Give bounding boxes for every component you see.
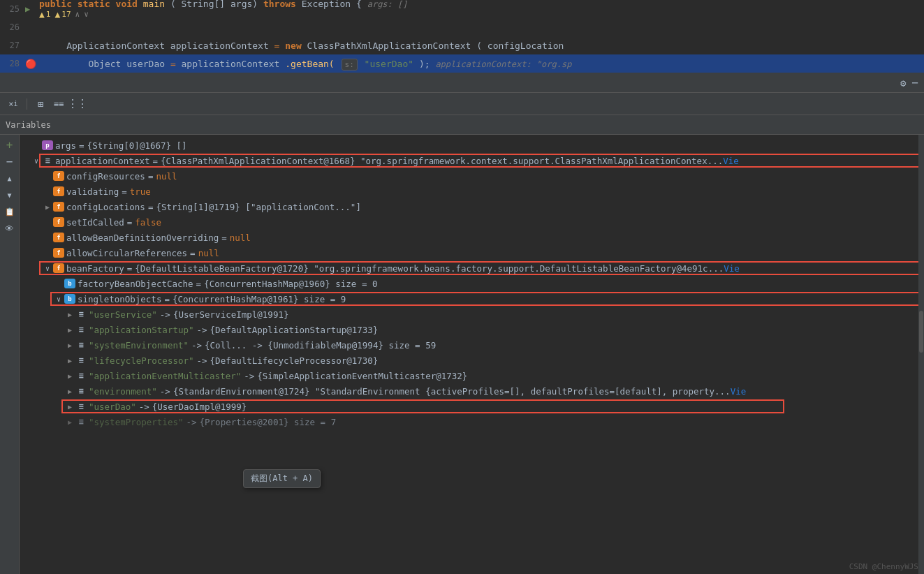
var-row-sysenv[interactable]: ▶ ≡ "systemEnvironment" -> {Coll... -> {… [20, 337, 924, 353]
gear-icon[interactable]: ⚙ [900, 78, 906, 89]
table-view-button[interactable]: ⊞ [33, 96, 48, 112]
var-row-configres[interactable]: f configResources = null [20, 168, 924, 184]
type-appctx: ApplicationContext [66, 41, 165, 51]
var-row-sysprops[interactable]: ▶ ≡ "systemProperties" -> {Properties@20… [20, 414, 924, 429]
expand-appeventmulti[interactable]: ▶ [64, 372, 75, 380]
remove-watch-button[interactable]: − [3, 154, 17, 168]
scroll-thumb[interactable] [919, 311, 923, 353]
var-row-userservice[interactable]: ▶ ≡ "userService" -> {UserServiceImpl@19… [20, 307, 924, 322]
scrollbar-vertical[interactable] [918, 135, 924, 574]
var-eq-allowcr: = [190, 248, 196, 258]
var-row-allowbdo[interactable]: f allowBeanDefinitionOverriding = null [20, 230, 924, 245]
var-eq-conflocs: = [148, 202, 154, 212]
sort-button[interactable]: ≡≡ [51, 96, 66, 112]
var-row-setidcalled[interactable]: f setIdCalled = false [20, 214, 924, 230]
var-row-beanfactory[interactable]: ∨ f beanFactory = {D efaultListableBeanF… [20, 260, 924, 276]
var-icon-list-environment: ≡ [75, 386, 87, 396]
var-value-factoryboc: {ConcurrentHashMap@1960} size = 0 [204, 279, 377, 289]
var-row-appstartup[interactable]: ▶ ≡ "applicationStartup" -> {DefaultAppl… [20, 322, 924, 337]
var-link-environment[interactable]: Vie [731, 386, 747, 397]
var-value-userdao: {UserDaoImpl@1999} [152, 402, 247, 412]
var-icon-list-sysprops: ≡ [75, 417, 87, 427]
var-row-args[interactable]: p args = {String[0]@1667} [] [20, 138, 924, 153]
var-value-conflocs: {String[1]@1719} ["applicationCont..."] [156, 202, 361, 212]
expand-lifecycle[interactable]: ▶ [64, 357, 75, 365]
var-row-lifecycle[interactable]: ▶ ≡ "lifecycleProcessor" -> {DefaultLife… [20, 353, 924, 368]
chevron-up-icon[interactable]: ∧ [75, 10, 80, 18]
line-num-28: 28 [0, 59, 25, 68]
var-eq-configres: = [148, 171, 154, 182]
var-eq-setidcalled: = [127, 217, 133, 228]
var-row-appctx[interactable]: ∨ ≡ applicationContext = {ClassPath XmlA… [20, 153, 924, 168]
var-value-appctx: {ClassPath [161, 156, 213, 166]
expand-beanfactory[interactable]: ∨ [42, 265, 53, 272]
expand-sysprops[interactable]: ▶ [64, 418, 75, 426]
var-eq-sysprops: -> [186, 417, 196, 427]
settings-bar: ⚙ − [0, 73, 924, 93]
minus-icon[interactable]: − [911, 76, 918, 89]
var-row-appeventmulti[interactable]: ▶ ≡ "applicationEventMulticaster" -> {Si… [20, 368, 924, 383]
var-name-appeventmulti: "applicationEventMulticaster" [89, 371, 241, 381]
expand-environment[interactable]: ▶ [64, 388, 75, 395]
clear-vars-button[interactable]: ×i [6, 96, 21, 112]
var-eq-beanfactory: = [127, 263, 133, 274]
var-eq-userservice: -> [160, 309, 170, 320]
var-row-validating[interactable]: f validating = true [20, 184, 924, 199]
var-link-beanfactory[interactable]: Vie [724, 263, 740, 274]
expand-userservice[interactable]: ▶ [64, 311, 75, 318]
inspect-button[interactable]: 👁 [3, 221, 17, 235]
var-row-userdao[interactable]: ▶ ≡ "userDao" -> {UserDaoImpl@1999} [20, 399, 924, 414]
var-icon-f-allowbdo: f [53, 233, 64, 242]
chevron-down-icon[interactable]: ∨ [84, 10, 89, 18]
var-row-singletonobjs[interactable]: ∨ b singletonObjects = {ConcurrentHashMa… [20, 291, 924, 307]
expand-appctx[interactable]: ∨ [31, 157, 42, 165]
method-main: main [143, 0, 165, 9]
var-name-sysprops: "systemProperties" [89, 417, 183, 427]
var-appctx2: applicationContext [182, 59, 280, 69]
method-getbean: .getBean( [285, 59, 334, 69]
copy-button[interactable]: 📋 [3, 205, 17, 219]
keyword-public: public [39, 0, 72, 9]
eq-op2: = [170, 59, 176, 69]
expand-appstartup[interactable]: ▶ [64, 326, 75, 334]
run-icon-25[interactable]: ▶ [25, 4, 36, 14]
keyword-static: static [78, 0, 110, 9]
scroll-up-button[interactable]: ▲ [3, 171, 17, 185]
var-name-validating: validating [66, 186, 119, 197]
var-icon-f-allowcr: f [53, 248, 64, 258]
var-icon-b-factoryboc: b [64, 279, 75, 288]
scroll-down-button[interactable]: ▼ [3, 188, 17, 202]
var-value-environment: {StandardEnvironment@1724} "StandardEnvi… [173, 386, 731, 397]
left-gutter: + − ▲ ▼ 📋 👁 [0, 135, 20, 574]
columns-icon[interactable]: ⋮⋮ [69, 96, 85, 112]
expand-userdao[interactable]: ▶ [64, 403, 75, 411]
tooltip-text: 截图(Alt + A) [251, 473, 313, 483]
var-name-appctx: applicationContext [55, 156, 149, 166]
code-area: 25 ▶ public static void main ( String[] … [0, 0, 924, 73]
keyword-new: new [285, 41, 301, 51]
expand-singletonobjs[interactable]: ∨ [53, 295, 64, 303]
var-name-userservice: "userService" [89, 309, 157, 320]
var-value-configres: null [156, 171, 177, 182]
var-userdao: userDao [126, 59, 165, 69]
expand-sysenv[interactable]: ▶ [64, 341, 75, 349]
var-row-allowcr[interactable]: f allowCircularReferences = null [20, 245, 924, 260]
triangle-error-icon: ▲ [39, 9, 45, 18]
var-value-appctx-2: XmlApplicationContext@1668} "org.springf… [213, 156, 723, 166]
expand-conflocs[interactable]: ▶ [42, 203, 53, 211]
var-row-conflocs[interactable]: ▶ f configLocations = {String[1]@1719} [… [20, 199, 924, 214]
var-icon-f-configres: f [53, 171, 64, 181]
add-watch-button[interactable]: + [3, 138, 17, 152]
panel-header: Variables [0, 115, 924, 135]
var-row-factoryboc[interactable]: b factoryBeanObjectCache = {ConcurrentHa… [20, 276, 924, 291]
eq-op: = [274, 41, 280, 51]
var-name-beanfactory: beanFactory [66, 263, 124, 274]
var-icon-list-userservice: ≡ [75, 309, 87, 319]
var-row-environment[interactable]: ▶ ≡ "environment" -> {StandardEnvironmen… [20, 383, 924, 399]
var-eq-appeventmulti: -> [244, 371, 254, 381]
toolbar-sep-1 [27, 98, 27, 110]
string-userdao: "userDao" [365, 59, 413, 69]
var-link-appctx[interactable]: Vie [723, 156, 739, 166]
type-string-arr: String[] [182, 0, 226, 9]
bookmark-icon-28[interactable]: 🔴 [25, 59, 36, 69]
